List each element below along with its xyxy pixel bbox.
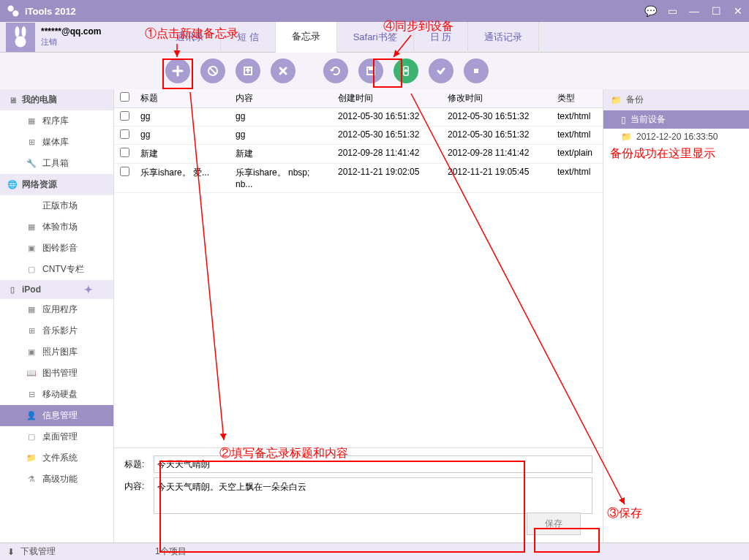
- folder-icon: 📁: [621, 132, 632, 142]
- export-button[interactable]: [236, 58, 260, 83]
- row-checkbox[interactable]: [120, 148, 129, 157]
- backup-current-device[interactable]: ▯当前设备: [603, 110, 749, 129]
- refresh-button[interactable]: [323, 58, 348, 83]
- col-modified[interactable]: 修改时间: [442, 89, 552, 107]
- table-row[interactable]: 新建 新建 2012-09-28 11:41:42 2012-09-28 11:…: [114, 145, 603, 164]
- table-area: 标题 内容 创建时间 修改时间 类型 gg gg 2012-05-30 16:5…: [114, 89, 603, 542]
- device-icon: ▯: [621, 115, 626, 125]
- svg-point-3: [22, 26, 26, 37]
- titlebar: iTools 2012 💬 ▭ — ☐ ✕: [0, 0, 749, 22]
- sidebar-item-cntv[interactable]: ▢CNTV专栏: [0, 259, 113, 280]
- globe-icon: 🌐: [7, 180, 18, 190]
- download-manager[interactable]: 下载管理: [20, 545, 56, 558]
- add-button[interactable]: [165, 58, 190, 83]
- feedback-icon[interactable]: 💬: [639, 0, 661, 22]
- disk-icon: ⊟: [26, 390, 37, 400]
- film-icon: ⊞: [26, 137, 37, 148]
- sidebar-item-books[interactable]: 📖图书管理: [0, 363, 113, 384]
- svg-point-4: [15, 36, 26, 47]
- table-row[interactable]: 乐享ishare。 爱... 乐享ishare。 nbsp; nb... 201…: [114, 164, 603, 193]
- toolbar: [0, 53, 749, 89]
- col-created[interactable]: 创建时间: [332, 89, 442, 107]
- folder-icon: 📁: [611, 95, 622, 105]
- title-label: 标题:: [124, 455, 154, 471]
- grid-icon: ▦: [26, 222, 37, 232]
- tv-icon: ▢: [26, 265, 37, 275]
- flask-icon: ⚗: [26, 474, 37, 485]
- table-header: 标题 内容 创建时间 修改时间 类型: [114, 89, 603, 108]
- sidebar-item-advanced[interactable]: ⚗高级功能: [0, 469, 113, 490]
- svg-point-2: [15, 26, 20, 37]
- tab-safari[interactable]: Safari书签: [337, 22, 414, 53]
- desktop-icon: ▢: [26, 432, 37, 442]
- table-row[interactable]: gg gg 2012-05-30 16:51:32 2012-05-30 16:…: [114, 126, 603, 145]
- sidebar-item-appstore[interactable]: 正版市场: [0, 195, 113, 216]
- sidebar-item-desktop[interactable]: ▢桌面管理: [0, 426, 113, 447]
- sidebar-header-computer[interactable]: 🖥我的电脑: [0, 89, 113, 110]
- film-icon: ⊞: [26, 326, 37, 336]
- col-checkbox[interactable]: [114, 89, 135, 107]
- apple-icon: [26, 201, 37, 211]
- sidebar-item-programs[interactable]: ▦程序库: [0, 110, 113, 132]
- sidebar-item-disk[interactable]: ⊟移动硬盘: [0, 384, 113, 405]
- grid-icon: ▦: [26, 305, 37, 315]
- cancel-button[interactable]: [271, 58, 296, 83]
- device-icon: ▯: [7, 284, 18, 295]
- svg-point-0: [8, 6, 14, 12]
- sync-button[interactable]: [394, 58, 418, 83]
- sidebar-item-trialstore[interactable]: ▦体验市场: [0, 216, 113, 238]
- tabs: 通讯录 短 信 备忘录 Safari书签 日 历 通话记录: [159, 22, 749, 52]
- folder-icon: 📁: [26, 453, 37, 463]
- sidebar-header-ipod[interactable]: ▯iPod✦: [0, 280, 113, 299]
- title-input[interactable]: [154, 455, 592, 473]
- app-title: iTools 2012: [25, 6, 76, 17]
- close-button[interactable]: ✕: [727, 0, 749, 22]
- statusbar: ⬇ 下载管理 1个项目: [0, 542, 749, 560]
- content: 标题 内容 创建时间 修改时间 类型 gg gg 2012-05-30 16:5…: [114, 89, 749, 542]
- image-icon: ▣: [26, 243, 37, 254]
- col-title[interactable]: 标题: [135, 89, 230, 107]
- sidebar-item-apps[interactable]: ▦应用程序: [0, 299, 113, 320]
- settings-icon[interactable]: ▭: [661, 0, 683, 22]
- backup-header: 📁备份: [603, 89, 749, 110]
- sidebar-item-files[interactable]: 📁文件系统: [0, 447, 113, 469]
- sidebar-header-network[interactable]: 🌐网络资源: [0, 174, 113, 195]
- save-button[interactable]: 保存: [527, 512, 581, 535]
- svg-point-1: [12, 10, 18, 16]
- col-content[interactable]: 内容: [230, 89, 332, 107]
- check-button[interactable]: [429, 58, 453, 83]
- content-textarea[interactable]: 今天天气晴朗。天空上飘在一朵朵白云: [154, 477, 592, 514]
- tab-notes[interactable]: 备忘录: [276, 22, 337, 53]
- row-checkbox[interactable]: [120, 167, 129, 176]
- account-email: ******@qq.com: [41, 26, 101, 37]
- sidebar-item-media[interactable]: ⊞媒体库: [0, 132, 113, 153]
- tab-calendar[interactable]: 日 历: [414, 22, 469, 53]
- maximize-button[interactable]: ☐: [705, 0, 727, 22]
- backup-item[interactable]: 📁2012-12-20 16:33:50: [603, 129, 749, 145]
- col-type[interactable]: 类型: [552, 89, 603, 107]
- stop-button[interactable]: [464, 58, 489, 83]
- download-icon: ⬇: [7, 547, 15, 557]
- logout-link[interactable]: 注销: [41, 37, 101, 48]
- row-checkbox[interactable]: [120, 129, 129, 139]
- content-label: 内容:: [124, 477, 154, 493]
- book-icon: 📖: [26, 368, 37, 379]
- sidebar-item-ringtones[interactable]: ▣图铃影音: [0, 238, 113, 259]
- sidebar-item-info[interactable]: 👤信息管理: [0, 405, 113, 426]
- tab-sms[interactable]: 短 信: [221, 22, 276, 53]
- avatar-icon: [6, 23, 35, 52]
- delete-button[interactable]: [200, 58, 225, 83]
- sidebar-item-photos[interactable]: ▣照片图库: [0, 341, 113, 363]
- sidebar-item-music[interactable]: ⊞音乐影片: [0, 320, 113, 341]
- tab-contacts[interactable]: 通讯录: [159, 22, 221, 53]
- wrench-icon: 🔧: [26, 159, 37, 169]
- row-checkbox[interactable]: [120, 111, 129, 121]
- save-toolbar-button[interactable]: [358, 58, 383, 83]
- sidebar-item-tools[interactable]: 🔧工具箱: [0, 153, 113, 174]
- backup-panel: 📁备份 ▯当前设备 📁2012-12-20 16:33:50: [603, 89, 749, 542]
- table-row[interactable]: gg gg 2012-05-30 16:51:32 2012-05-30 16:…: [114, 108, 603, 126]
- account-box: ******@qq.com 注销: [0, 22, 159, 52]
- tab-calls[interactable]: 通话记录: [468, 22, 539, 53]
- monitor-icon: 🖥: [7, 95, 18, 105]
- minimize-button[interactable]: —: [683, 0, 705, 22]
